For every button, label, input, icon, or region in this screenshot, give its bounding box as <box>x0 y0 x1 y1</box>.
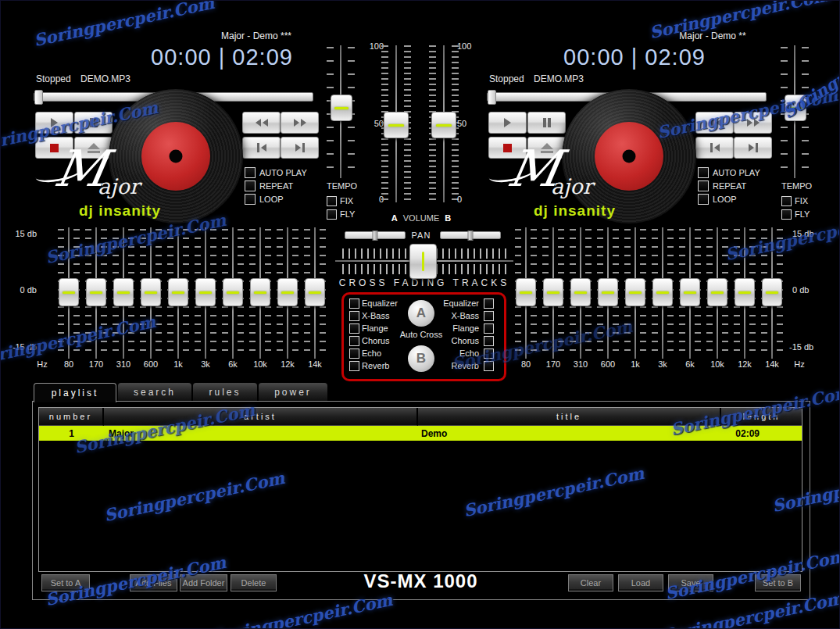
add-folder-button[interactable]: Add Folder <box>180 574 227 591</box>
eq-handle[interactable] <box>168 278 188 306</box>
eq-b-slider-3k[interactable] <box>652 227 674 359</box>
deck-b-next-button[interactable] <box>734 137 772 159</box>
save-button[interactable]: Save <box>668 574 713 591</box>
fx-b-flange-checkbox[interactable] <box>484 323 494 334</box>
fx-b-echo-checkbox[interactable] <box>484 348 494 359</box>
deck-b-tempo-slider[interactable] <box>779 45 810 178</box>
set-to-a-button[interactable]: Set to A <box>41 574 90 591</box>
fx-a-xbass-checkbox[interactable] <box>349 311 359 321</box>
eq-handle[interactable] <box>598 278 618 306</box>
fx-b-equalizer-checkbox[interactable] <box>484 298 494 309</box>
eq-handle[interactable] <box>277 278 298 306</box>
eq-a-slider-310[interactable] <box>113 227 134 359</box>
eq-a-slider-14k[interactable] <box>304 227 326 359</box>
eq-b-slider-600[interactable] <box>597 227 619 359</box>
eq-a-slider-80[interactable] <box>58 227 80 359</box>
column-header-number[interactable]: number <box>39 408 104 426</box>
fx-a-reverb-checkbox[interactable] <box>349 361 359 371</box>
eq-b-slider-170[interactable] <box>542 227 564 359</box>
deck-b-tempo-handle[interactable] <box>785 95 806 121</box>
pan-b-slider[interactable] <box>440 231 501 239</box>
eq-handle[interactable] <box>762 278 782 306</box>
eq-b-slider-80[interactable] <box>515 227 537 359</box>
fx-a-equalizer-checkbox[interactable] <box>349 298 359 309</box>
column-header-length[interactable]: length <box>721 408 802 426</box>
deck-b-play-button[interactable] <box>488 112 527 134</box>
fx-a-flange-checkbox[interactable] <box>349 323 359 334</box>
eq-a-slider-6k[interactable] <box>222 227 244 359</box>
playlist-row-selected[interactable]: 1 Major Demo 02:09 <box>39 426 802 441</box>
deck-b-fastforward-button[interactable] <box>734 112 772 134</box>
eq-a-slider-170[interactable] <box>85 227 107 359</box>
volume-a-handle[interactable] <box>384 112 409 138</box>
deck-a-pause-button[interactable] <box>74 112 113 134</box>
eq-handle[interactable] <box>516 278 536 306</box>
add-files-button[interactable]: Add Files <box>130 574 177 591</box>
tab-rules[interactable]: rules <box>193 383 257 401</box>
eq-handle[interactable] <box>86 278 106 306</box>
deck-a-next-button[interactable] <box>281 137 319 159</box>
auto-cross-b-button[interactable]: B <box>408 345 434 372</box>
deck-a-rewind-button[interactable] <box>242 112 281 134</box>
deck-b-fix-checkbox[interactable] <box>781 196 792 206</box>
deck-a-seek-thumb[interactable] <box>34 90 43 105</box>
eq-b-slider-10k[interactable] <box>706 227 728 359</box>
deck-a-play-button[interactable] <box>35 112 73 134</box>
fx-a-chorus-checkbox[interactable] <box>349 336 359 346</box>
eq-handle[interactable] <box>735 278 755 306</box>
auto-cross-a-button[interactable]: A <box>408 300 434 327</box>
tab-playlist[interactable]: playlist <box>34 383 116 402</box>
eq-b-slider-12k[interactable] <box>734 227 756 359</box>
column-header-artist[interactable]: artist <box>104 408 418 426</box>
eq-handle[interactable] <box>707 278 727 306</box>
deck-a-tempo-handle[interactable] <box>331 95 352 121</box>
eq-a-slider-600[interactable] <box>140 227 162 359</box>
deck-b-autoplay-checkbox[interactable] <box>698 167 709 178</box>
deck-a-autoplay-checkbox[interactable] <box>245 167 256 178</box>
eq-handle[interactable] <box>113 278 134 306</box>
tab-power[interactable]: power <box>259 383 327 401</box>
eq-b-slider-6k[interactable] <box>679 227 701 359</box>
eq-handle[interactable] <box>625 278 645 306</box>
deck-b-repeat-checkbox[interactable] <box>698 180 709 191</box>
deck-a-repeat-checkbox[interactable] <box>245 180 256 191</box>
tab-search[interactable]: search <box>118 383 191 401</box>
eq-handle[interactable] <box>680 278 700 306</box>
crossfade-handle[interactable] <box>409 244 437 279</box>
eq-b-slider-310[interactable] <box>570 227 592 359</box>
delete-button[interactable]: Delete <box>231 574 277 591</box>
deck-a-fastforward-button[interactable] <box>281 112 319 134</box>
clear-button[interactable]: Clear <box>568 574 613 591</box>
deck-b-prev-button[interactable] <box>695 137 734 159</box>
eq-a-slider-1k[interactable] <box>167 227 189 359</box>
fx-a-echo-checkbox[interactable] <box>349 348 359 359</box>
eq-handle[interactable] <box>141 278 161 306</box>
pan-a-thumb[interactable] <box>373 231 378 241</box>
eq-handle[interactable] <box>195 278 216 306</box>
eq-handle[interactable] <box>570 278 591 306</box>
eq-a-slider-12k[interactable] <box>277 227 298 359</box>
eq-b-slider-14k[interactable] <box>761 227 783 359</box>
volume-a-slider[interactable] <box>379 45 413 202</box>
deck-a-fix-checkbox[interactable] <box>327 196 337 206</box>
eq-a-slider-10k[interactable] <box>249 227 271 359</box>
eq-a-slider-3k[interactable] <box>195 227 216 359</box>
volume-b-handle[interactable] <box>431 112 456 138</box>
deck-b-fly-checkbox[interactable] <box>781 209 792 220</box>
deck-a-fly-checkbox[interactable] <box>327 209 337 220</box>
deck-b-pause-button[interactable] <box>527 112 566 134</box>
eq-handle[interactable] <box>305 278 325 306</box>
eq-handle[interactable] <box>543 278 563 306</box>
pan-a-slider[interactable] <box>345 231 406 239</box>
set-to-b-button[interactable]: Set to B <box>755 574 801 591</box>
deck-b-rewind-button[interactable] <box>695 112 734 134</box>
column-header-title[interactable]: title <box>418 408 721 426</box>
eq-handle[interactable] <box>652 278 673 306</box>
deck-b-seek-thumb[interactable] <box>488 90 496 105</box>
volume-b-slider[interactable] <box>427 45 461 202</box>
deck-a-prev-button[interactable] <box>242 137 281 159</box>
eq-handle[interactable] <box>223 278 243 306</box>
load-button[interactable]: Load <box>618 574 663 591</box>
fx-b-xbass-checkbox[interactable] <box>484 311 494 321</box>
eq-b-slider-1k[interactable] <box>624 227 646 359</box>
